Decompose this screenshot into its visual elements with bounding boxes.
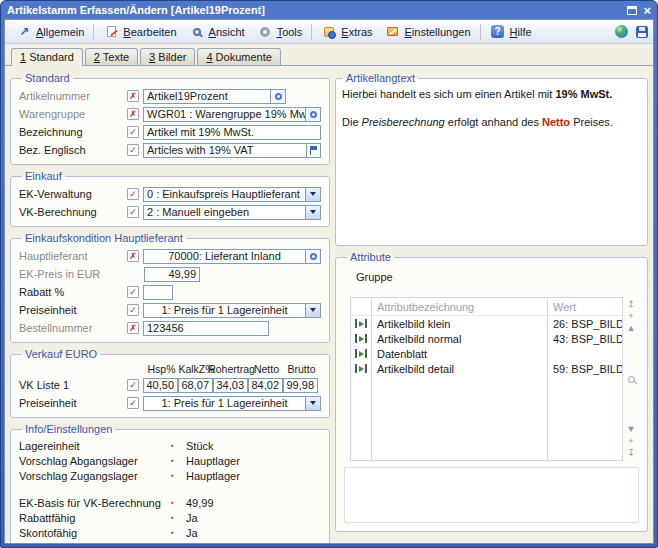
ek-verwaltung-dropdown-button[interactable]	[306, 187, 321, 202]
gear-icon	[257, 25, 273, 39]
menu-tools-label: Tools	[277, 26, 303, 38]
preiseinheit-ek-dropdown-button[interactable]	[306, 303, 321, 318]
scroll-up-icon[interactable]: ▲	[627, 324, 636, 333]
table-row[interactable]: Artikelbild detail 59: BSP_BILDER_1.BMP	[351, 361, 622, 376]
ek-preis-field[interactable]: 49,99	[144, 267, 200, 282]
attribute-type-icon	[355, 349, 367, 358]
group-attribute: Attribute Gruppe Attributbezeichnung Wer…	[335, 251, 648, 532]
scroll-top-icon[interactable]: ↥	[627, 300, 635, 309]
bullet-icon: ▪	[171, 528, 186, 537]
field-row-preiseinheit-vk: Preiseinheit ✓ 1: Preis für 1 Lagereinhe…	[19, 395, 321, 411]
valid-check-icon: ✓	[127, 206, 139, 218]
mandatory-x-icon: ✗	[127, 322, 139, 334]
window-title: Artikelstamm Erfassen/Ändern [Artikel19P…	[7, 4, 627, 16]
search-icon[interactable]	[628, 376, 635, 383]
tab-texte[interactable]: 2 Texte	[85, 48, 138, 65]
preiseinheit-vk-dropdown-button[interactable]	[306, 396, 321, 411]
group-artikellangtext-title: Artikellangtext	[343, 72, 418, 84]
header-brutto: Brutto	[284, 363, 319, 375]
attribute-type-icon	[355, 319, 367, 328]
bezeichnung-field[interactable]: Artikel mit 19% MwSt.	[143, 125, 321, 140]
mandatory-x-icon: ✗	[127, 250, 139, 262]
bezeichnung-label: Bezeichnung	[19, 126, 127, 138]
ek-verwaltung-label: EK-Verwaltung	[19, 188, 127, 200]
table-row[interactable]: Artikelbild klein 26: BSP_BILDER_1.BMP	[351, 316, 622, 331]
scroll-down-icon[interactable]: ▼	[627, 425, 636, 434]
attribute-type-icon	[355, 364, 367, 373]
group-verkauf: Verkauf EURO Hsp% KalkZ% Rohertrag Netto…	[10, 348, 330, 418]
group-standard-title: Standard	[22, 72, 73, 84]
info-row: Rabattfähig▪Ja	[19, 511, 321, 524]
valid-check-icon: ✓	[127, 397, 139, 409]
field-row-warengruppe: Warengruppe ✗ WGR01 : Warengruppe 19% Mw…	[19, 106, 321, 122]
arrow-icon: ↗	[16, 25, 32, 39]
field-row-hauptlieferant: Hauptlieferant ✗ 70000: Lieferant Inland	[19, 248, 321, 264]
group-verkauf-title: Verkauf EURO	[22, 348, 100, 360]
flag-icon	[310, 146, 318, 155]
app-window: Artikelstamm Erfassen/Ändern [Artikel19P…	[0, 0, 658, 548]
scroll-bottom-icon[interactable]: ↧	[627, 449, 635, 458]
info-row: EK-Basis für VK-Berechnung▪49,99	[19, 496, 321, 509]
vk-netto-field[interactable]: 84,02	[248, 378, 283, 393]
table-row[interactable]: Datenblatt	[351, 346, 622, 361]
vk-liste-label: VK Liste 1	[19, 379, 127, 391]
menu-einstellungen[interactable]: Einstellungen	[379, 23, 477, 41]
rabatt-label: Rabatt %	[19, 286, 127, 298]
restore-icon[interactable]	[627, 6, 637, 15]
menu-ansicht[interactable]: Ansicht	[183, 23, 251, 41]
tab-dokumente[interactable]: 4 Dokumente	[197, 48, 280, 65]
menu-extras[interactable]: Extras	[315, 23, 378, 41]
move-icon[interactable]: +	[628, 437, 633, 446]
menu-hilfe[interactable]: ? Hilfe	[484, 23, 538, 41]
toolbar-separator	[311, 24, 312, 40]
globe-icon[interactable]	[615, 25, 628, 38]
menu-ansicht-label: Ansicht	[209, 26, 245, 38]
ek-verwaltung-select[interactable]: 0 : Einkaufspreis Hauptlieferant	[143, 187, 306, 202]
warengruppe-field[interactable]: WGR01 : Warengruppe 19% MwSt. Netto	[143, 107, 306, 122]
bestellnummer-field[interactable]: 123456	[143, 321, 269, 336]
menu-tools[interactable]: Tools	[251, 23, 309, 41]
rabatt-field[interactable]	[143, 285, 173, 300]
artikelnummer-lookup-button[interactable]	[271, 89, 286, 104]
bez-englisch-field[interactable]: Articles with 19% VAT	[143, 143, 307, 158]
valid-check-icon: ✓	[127, 144, 139, 156]
close-icon[interactable]: ×	[643, 4, 651, 17]
attribute-table-header: Attributbezeichnung Wert	[351, 298, 622, 316]
langtext-line-1: Hierbei handelt es sich um einen Artikel…	[342, 87, 641, 101]
info-row: Vorschlag Abgangslager▪Hauptlager	[19, 454, 321, 467]
group-info: Info/Einstellungen Lagereinheit▪Stück Vo…	[10, 423, 330, 543]
menu-einstellungen-label: Einstellungen	[405, 26, 471, 38]
menu-bar: ↗ Allgemein Bearbeiten Ansicht Tools Ext…	[5, 20, 653, 44]
save-icon[interactable]	[636, 26, 648, 38]
preiseinheit-ek-select[interactable]: 1: Preis für 1 Lagereinheit	[143, 303, 306, 318]
valid-check-icon: ✓	[127, 188, 139, 200]
group-artikellangtext: Artikellangtext Hierbei handelt es sich …	[335, 72, 648, 246]
header-hsp: Hsp%	[144, 363, 179, 375]
toolbar-separator	[480, 24, 481, 40]
menu-bearbeiten-label: Bearbeiten	[123, 26, 176, 38]
tab-bilder[interactable]: 3 Bilder	[140, 48, 195, 65]
menu-bearbeiten[interactable]: Bearbeiten	[97, 23, 182, 41]
artikelnummer-field[interactable]: Artikel19Prozent	[143, 89, 271, 104]
language-flag-button[interactable]	[307, 143, 321, 158]
toolbar-separator	[93, 24, 94, 40]
vk-kalkz-field[interactable]: 68,07	[178, 378, 213, 393]
hauptlieferant-lookup-button[interactable]	[306, 249, 321, 264]
chevron-down-icon	[310, 308, 316, 312]
vk-berechnung-dropdown-button[interactable]	[306, 205, 321, 220]
menu-allgemein[interactable]: ↗ Allgemein	[10, 23, 90, 41]
vk-brutto-field[interactable]: 99,98	[283, 378, 318, 393]
warengruppe-lookup-button[interactable]	[306, 107, 321, 122]
info-row: Lagereinheit▪Stück	[19, 439, 321, 452]
vk-berechnung-select[interactable]: 2 : Manuell eingeben	[143, 205, 306, 220]
valid-check-icon: ✓	[127, 379, 139, 391]
tab-standard[interactable]: 1 Standard	[11, 48, 83, 66]
table-row[interactable]: Artikelbild normal 43: BSP_BILDER_1.BMP	[351, 331, 622, 346]
move-icon[interactable]: +	[628, 312, 633, 321]
langtext-editor[interactable]: Hierbei handelt es sich um einen Artikel…	[340, 87, 643, 129]
vk-hsp-field[interactable]: 40,50	[143, 378, 178, 393]
preiseinheit-vk-select[interactable]: 1: Preis für 1 Lagereinheit	[143, 396, 306, 411]
vk-rohertrag-field[interactable]: 34,03	[213, 378, 248, 393]
lookup-icon	[310, 253, 317, 260]
hauptlieferant-field[interactable]: 70000: Lieferant Inland	[143, 249, 306, 264]
